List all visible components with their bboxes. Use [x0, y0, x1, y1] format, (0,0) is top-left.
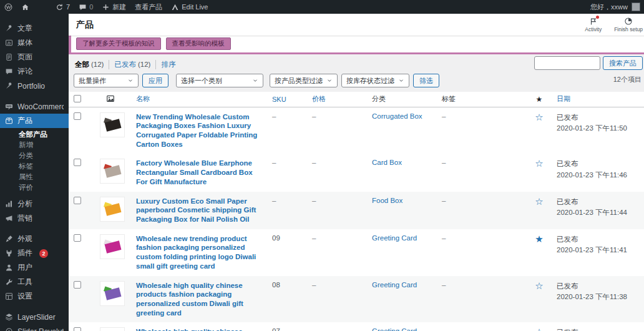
product-name-link[interactable]: Wholesale high quality chinese products …: [136, 281, 264, 318]
product-type-filter-select[interactable]: 按产品类型过滤: [270, 74, 338, 87]
sidebar-item-layerslider[interactable]: LayerSlider: [0, 310, 69, 324]
finish-setup-button[interactable]: Finish setup: [614, 17, 643, 32]
search-products-button[interactable]: 搜索产品: [603, 56, 643, 70]
sidebar-item-pages[interactable]: 页面: [0, 50, 69, 64]
apply-button[interactable]: 应用: [142, 74, 168, 87]
filter-button[interactable]: 筛选: [413, 74, 439, 87]
sidebar-item-label: 设置: [17, 291, 32, 302]
sidebar-item-users[interactable]: 用户: [0, 260, 69, 275]
sidebar-item-marketing[interactable]: 营销: [0, 211, 69, 225]
sidebar-subitem-categories[interactable]: 分类: [0, 151, 69, 161]
sidebar-item-label: LayerSlider: [17, 313, 56, 322]
edit-live-button[interactable]: Edit Live: [167, 0, 212, 14]
column-date[interactable]: 日期: [553, 92, 644, 107]
product-category-link[interactable]: Greeting Card: [372, 327, 417, 331]
product-name-link[interactable]: Luxury Custom Eco Small Paper paperboard…: [136, 197, 264, 224]
account-greeting[interactable]: 您好，xxww: [590, 2, 628, 12]
product-name-link[interactable]: New Trending Wholesale Custom Packaging …: [136, 112, 264, 149]
row-checkbox[interactable]: [74, 112, 81, 120]
featured-star-outline-icon[interactable]: ☆: [535, 280, 543, 291]
product-thumbnail[interactable]: [100, 112, 125, 137]
product-name-link[interactable]: Factory Wholesale Blue Earphone Rectangu…: [136, 159, 264, 186]
column-price[interactable]: 价格: [308, 92, 368, 107]
activity-button[interactable]: Activity: [585, 17, 602, 32]
notification-dot: [596, 16, 599, 19]
sidebar-item-tools[interactable]: 工具: [0, 275, 69, 289]
product-tags: –: [442, 159, 446, 166]
column-featured-star[interactable]: ★: [525, 92, 553, 107]
product-category-link[interactable]: Food Box: [372, 197, 402, 204]
view-sort-link[interactable]: 排序: [155, 60, 180, 69]
product-thumbnail[interactable]: [100, 327, 125, 331]
product-category-link[interactable]: Greeting Card: [372, 281, 417, 289]
row-checkbox[interactable]: [74, 159, 81, 166]
product-row: Factory Wholesale Blue Earphone Rectangu…: [69, 154, 644, 191]
sidebar-item-label: 外观: [17, 234, 32, 244]
home-button[interactable]: [17, 0, 34, 14]
new-content-button[interactable]: 新建: [97, 0, 130, 14]
row-checkbox[interactable]: [74, 234, 81, 242]
product-row: Luxury Custom Eco Small Paper paperboard…: [69, 192, 644, 229]
stock-status-filter-select[interactable]: 按库存状态过滤: [341, 74, 409, 87]
sidebar-subitem-reviews[interactable]: 评价: [0, 182, 69, 193]
row-checkbox[interactable]: [74, 327, 81, 331]
column-sku[interactable]: SKU: [268, 92, 308, 107]
product-price: –: [312, 197, 316, 204]
filter-controls: 批量操作 应用 选择一个类别 按产品类型过滤 按库存状态过滤 筛选: [74, 74, 639, 87]
search-input[interactable]: [534, 56, 600, 70]
product-name-link[interactable]: Wholesale new trending product fashion p…: [136, 234, 264, 271]
product-thumbnail[interactable]: [100, 159, 125, 184]
featured-star-filled-icon[interactable]: ★: [535, 234, 543, 244]
view-published-link[interactable]: 已发布(12): [109, 60, 155, 69]
sidebar-item-products[interactable]: 产品: [0, 114, 69, 128]
wordpress-logo-icon[interactable]: [0, 0, 17, 14]
flag-icon: [589, 17, 598, 26]
sidebar-subitem-add-new[interactable]: 新增: [0, 140, 69, 151]
product-category-link[interactable]: Corrugated Box: [372, 112, 422, 120]
featured-star-outline-icon[interactable]: ☆: [535, 158, 543, 169]
sidebar-item-label: Portfolio: [17, 82, 45, 91]
comment-count: 0: [89, 3, 93, 11]
featured-star-outline-icon[interactable]: ☆: [535, 196, 543, 207]
sidebar-item-plugins[interactable]: 插件2: [0, 246, 69, 260]
publish-date: 2020-01-23 下午11:38: [557, 292, 640, 302]
sidebar-item-slider-revolution[interactable]: Slider Revolution: [0, 324, 69, 331]
sidebar-item-comments[interactable]: 评论: [0, 64, 69, 79]
product-category-link[interactable]: Card Box: [372, 159, 402, 166]
updates-button[interactable]: 7: [51, 0, 74, 14]
sidebar-item-woocommerce[interactable]: WooCommerce: [0, 99, 69, 114]
view-product-link[interactable]: 查看产品: [130, 0, 167, 14]
avatar[interactable]: [632, 2, 640, 11]
bulk-action-select[interactable]: 批量操作: [74, 74, 139, 87]
product-sku: 09: [272, 234, 280, 242]
product-name-link[interactable]: Wholesale high quality chinese products …: [136, 327, 264, 331]
chevron-down-icon: [252, 77, 258, 84]
sidebar-item-appearance[interactable]: 外观: [0, 232, 69, 246]
sidebar-item-media[interactable]: 媒体: [0, 36, 69, 50]
product-thumbnail[interactable]: [100, 281, 125, 306]
product-sku: –: [272, 197, 276, 204]
learn-templates-button[interactable]: 了解更多关于模板的知识: [76, 37, 161, 50]
sidebar-item-settings[interactable]: 设置: [0, 289, 69, 304]
product-thumbnail[interactable]: [100, 234, 125, 259]
sidebar-item-analytics[interactable]: 分析: [0, 197, 69, 211]
column-name[interactable]: 名称: [132, 92, 268, 107]
sidebar-subitem-attributes[interactable]: 属性: [0, 172, 69, 182]
row-checkbox[interactable]: [74, 197, 81, 204]
featured-star-outline-icon[interactable]: ☆: [535, 112, 543, 122]
product-thumbnail[interactable]: [100, 197, 125, 222]
view-affected-templates-button[interactable]: 查看受影响的模板: [166, 37, 231, 50]
activity-label: Activity: [585, 26, 602, 32]
sidebar-item-portfolio[interactable]: Portfolio: [0, 79, 69, 93]
sidebar-subitem-tags[interactable]: 标签: [0, 161, 69, 172]
select-all-checkbox[interactable]: [74, 95, 81, 102]
comments-button[interactable]: 0: [74, 0, 97, 14]
sidebar-item-label: 插件: [17, 248, 32, 259]
category-select[interactable]: 选择一个类别: [176, 74, 263, 87]
sidebar-subitem-all-products[interactable]: 全部产品: [0, 129, 69, 140]
featured-star-outline-icon[interactable]: ☆: [535, 327, 543, 331]
sidebar-item-posts[interactable]: 文章: [0, 21, 69, 36]
product-category-link[interactable]: Greeting Card: [372, 234, 417, 242]
row-checkbox[interactable]: [74, 281, 81, 289]
view-all-link[interactable]: 全部(12): [74, 60, 109, 69]
